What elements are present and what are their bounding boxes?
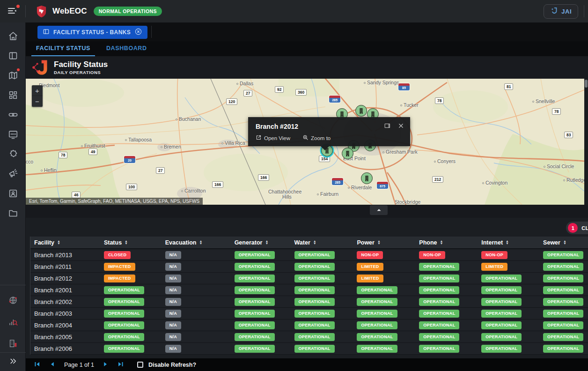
map-place-label: Rutledge: [563, 177, 584, 183]
close-popup-icon[interactable]: [397, 122, 404, 131]
column-header-power[interactable]: Power▲▼: [353, 239, 415, 246]
map-place-label: Dallas: [236, 81, 253, 86]
sidebar-item-home[interactable]: [0, 26, 26, 46]
status-cell: OPERATIONAL: [231, 298, 291, 306]
tab-dashboard[interactable]: DASHBOARD: [102, 41, 152, 56]
map-place-label: Snellville: [532, 98, 555, 104]
collapse-map-button[interactable]: [370, 205, 388, 215]
status-badge: OPERATIONAL: [104, 286, 144, 294]
sidebar-item-announcement[interactable]: [0, 164, 26, 184]
menu-collapse-icon[interactable]: [7, 5, 19, 17]
tab-facility-status[interactable]: FACILITY STATUS: [31, 41, 95, 56]
map-zoom-controls: + −: [32, 85, 43, 107]
column-header-status[interactable]: Status▲▼: [100, 239, 162, 246]
status-badge: NON-OP: [419, 251, 445, 259]
open-view-action[interactable]: Open View: [256, 134, 290, 141]
hamburger-icon: [7, 10, 18, 18]
status-cell: OPERATIONAL: [478, 345, 539, 353]
facility-name: Branch #2012: [30, 275, 100, 282]
closed-count-pill[interactable]: 1 CLOSED: [566, 222, 588, 234]
status-cell: OPERATIONAL: [478, 298, 539, 306]
chevron-up-icon: [376, 206, 382, 215]
status-badge: OPERATIONAL: [543, 251, 583, 259]
table-row[interactable]: Branch #2013CLOSEDN/AOPERATIONALOPERATIO…: [30, 249, 588, 261]
page-subtitle: DAILY OPERATIONS: [54, 70, 108, 75]
sidebar-expand-button[interactable]: [0, 355, 26, 369]
facility-name: Branch #2003: [30, 310, 100, 317]
table-row[interactable]: Branch #2005OPERATIONALN/AOPERATIONALOPE…: [30, 331, 588, 343]
sidebar-item-plugin[interactable]: [0, 144, 26, 164]
first-page-button[interactable]: [34, 362, 41, 368]
sidebar-item-apps[interactable]: [0, 85, 26, 105]
jai-button[interactable]: JAI: [544, 4, 578, 19]
sidebar-tool-buildings[interactable]: [0, 333, 26, 354]
sidebar-item-presentation[interactable]: [0, 125, 26, 144]
facility-marker[interactable]: [355, 105, 367, 117]
column-header-sewer[interactable]: Sewer▲▼: [539, 239, 588, 246]
status-cell: LIMITED: [353, 275, 415, 282]
column-header-facility[interactable]: Facility▲▼: [30, 239, 100, 246]
last-page-button[interactable]: [118, 362, 124, 368]
status-cell: OPERATIONAL: [100, 286, 162, 294]
sidebar-item-boards[interactable]: [0, 46, 26, 66]
status-cell: NON-OP: [415, 251, 478, 259]
table-row[interactable]: Branch #2006OPERATIONALN/AOPERATIONALOPE…: [30, 343, 588, 355]
status-badge: OPERATIONAL: [235, 321, 275, 329]
column-header-internet[interactable]: Internet▲▼: [478, 239, 539, 246]
status-badge: OPERATIONAL: [104, 333, 144, 341]
previous-page-button[interactable]: [49, 362, 56, 368]
column-header-phone[interactable]: Phone▲▼: [415, 239, 478, 246]
top-bar: WebEOC NORMAL OPERATIONS JAI: [0, 0, 588, 22]
sidebar-item-link[interactable]: [0, 105, 26, 125]
tab-close-icon[interactable]: [134, 28, 142, 37]
route-shield: 166: [258, 174, 269, 181]
table-row[interactable]: Branch #2004OPERATIONALN/AOPERATIONALOPE…: [30, 319, 588, 331]
map-canvas[interactable]: PiedmontDallasSandy SpringsTuckerSnellvi…: [26, 79, 584, 205]
status-badge: OPERATIONAL: [543, 263, 583, 271]
status-badge: OPERATIONAL: [481, 275, 522, 282]
zoom-out-button[interactable]: −: [32, 96, 43, 107]
zoom-in-button[interactable]: +: [32, 85, 43, 96]
sidebar-item-contacts[interactable]: [0, 184, 26, 203]
column-header-evacuation[interactable]: Evacuation▲▼: [162, 239, 231, 246]
table-row[interactable]: Branch #2001OPERATIONALN/AOPERATIONALOPE…: [30, 284, 588, 296]
facility-status-logo-icon: [31, 59, 50, 76]
table-row[interactable]: Branch #2012IMPACTEDN/AOPERATIONALOPERAT…: [30, 273, 588, 284]
status-cell: N/A: [162, 310, 231, 318]
sort-icon: ▲▼: [377, 240, 381, 245]
disable-refresh-checkbox[interactable]: [137, 362, 143, 368]
status-cell: OPERATIONAL: [539, 321, 588, 329]
next-page-button[interactable]: [103, 362, 109, 368]
status-cell: OPERATIONAL: [291, 333, 353, 341]
status-cell: OPERATIONAL: [291, 251, 353, 259]
route-shield: 78: [435, 97, 444, 104]
status-badge: OPERATIONAL: [104, 321, 144, 329]
sidebar-tool-globe-network[interactable]: [0, 289, 26, 311]
dock-popup-icon[interactable]: [384, 122, 391, 131]
status-badge: OPERATIONAL: [481, 321, 522, 329]
table-row[interactable]: Branch #2002OPERATIONALN/AOPERATIONALOPE…: [30, 296, 588, 308]
map-collapse-bar: [26, 205, 588, 218]
table-row[interactable]: Branch #2003OPERATIONALN/AOPERATIONALOPE…: [30, 308, 588, 319]
status-cell: OPERATIONAL: [291, 345, 353, 353]
zoom-to-action[interactable]: Zoom to: [302, 134, 331, 141]
table-row[interactable]: Branch #2011IMPACTEDN/AOPERATIONALOPERAT…: [30, 261, 588, 273]
map-scrollbar[interactable]: [584, 79, 588, 205]
status-cell: OPERATIONAL: [100, 321, 162, 329]
status-badge: OPERATIONAL: [543, 298, 583, 306]
facility-marker[interactable]: [342, 148, 353, 159]
facility-table: Facility▲▼Status▲▼Evacuation▲▼Generator▲…: [30, 237, 588, 355]
facility-marker[interactable]: [361, 172, 373, 184]
column-header-water[interactable]: Water▲▼: [291, 239, 353, 246]
column-header-generator[interactable]: Generator▲▼: [231, 239, 291, 246]
status-badge: OPERATIONAL: [104, 310, 144, 318]
status-cell: OPERATIONAL: [100, 333, 162, 341]
tab-facility-status-banks[interactable]: FACILITY STATUS - BANKS: [37, 26, 147, 39]
status-cell: OPERATIONAL: [539, 333, 588, 341]
sidebar-item-map[interactable]: [0, 66, 26, 85]
sidebar-tool-analytics-search[interactable]: [0, 311, 26, 333]
status-badge: OPERATIONAL: [294, 298, 335, 306]
sidebar-item-folder[interactable]: [0, 203, 26, 223]
status-badge: OPERATIONAL: [481, 345, 522, 353]
status-cell: OPERATIONAL: [353, 345, 415, 353]
